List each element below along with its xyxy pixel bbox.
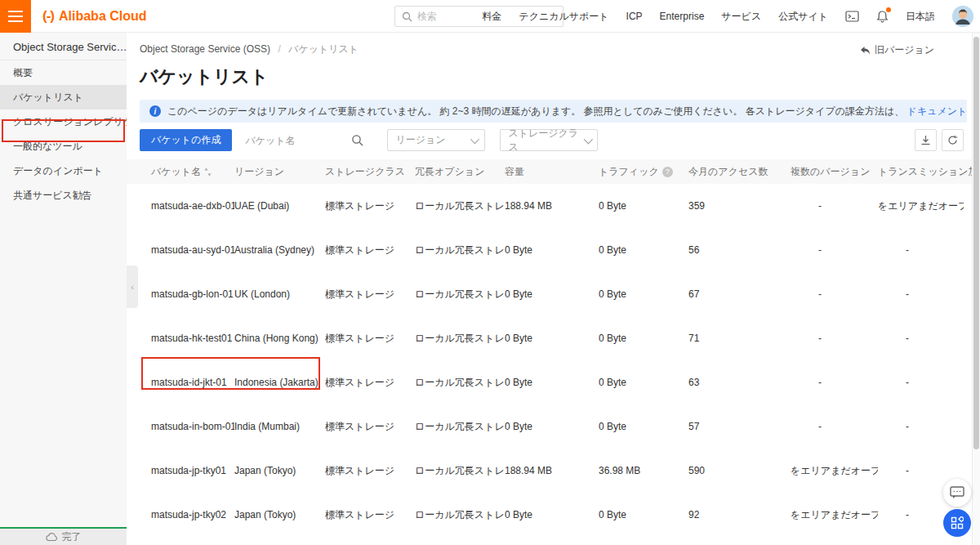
search-icon[interactable] [351, 134, 363, 146]
bucket-region: Indonesia (Jakarta) [234, 377, 325, 388]
bucket-table: バケット名 リージョン ストレージクラス 冗長オプション 容量 トラフィック ?… [127, 159, 972, 537]
bucket-name[interactable]: matsuda-au-syd-01 [151, 244, 234, 256]
bucket-region: India (Mumbai) [234, 421, 325, 432]
col-capacity: 容量 [505, 165, 599, 179]
sidebar-item-common-service-notice[interactable]: 共通サービス勧告 [0, 183, 127, 208]
col-access-count: 今月のアクセス数 [688, 165, 791, 179]
notification-dot [886, 7, 891, 12]
chat-support-button[interactable] [943, 479, 971, 507]
main-content: Object Storage Service (OSS) / バケットリスト 旧… [127, 33, 972, 545]
notification-bell-icon[interactable] [876, 10, 889, 23]
col-redundancy: 冗長オプション [415, 165, 505, 179]
hamburger-menu-icon[interactable] [0, 0, 31, 33]
top-header: (-) Alibaba Cloud 料金 テクニカルサポート ICP Enter… [0, 0, 980, 33]
bucket-name[interactable]: matsuda-id-jkt-01 [151, 377, 234, 388]
col-traffic: トラフィック ? [599, 165, 688, 179]
nav-enterprise[interactable]: Enterprise [660, 11, 705, 22]
header-nav: 料金 テクニカルサポート ICP Enterprise サービス 公式サイト 日… [482, 0, 973, 33]
bucket-region: Japan (Tokyo) [234, 509, 325, 520]
bucket-name[interactable]: matsuda-jp-tky01 [151, 465, 234, 476]
toolbar: バケットの作成 リージョン ストレージクラス [140, 129, 967, 151]
sidebar-item-data-import[interactable]: データのインポート [0, 159, 127, 183]
col-transfer-acceleration: トランスミッション加 [878, 165, 964, 179]
chevron-down-icon [583, 135, 592, 144]
create-bucket-button[interactable]: バケットの作成 [140, 129, 232, 151]
table-row[interactable]: matsuda-jp-tky01 Japan (Tokyo) 標準ストレージ ロ… [127, 449, 972, 493]
download-status-bar: 完了 [0, 527, 127, 545]
bucket-region: UAE (Dubai) [234, 200, 325, 212]
sidebar-item-bucket-list[interactable]: バケットリスト [0, 85, 127, 109]
bucket-search[interactable] [245, 134, 372, 146]
bucket-name[interactable]: matsuda-ae-dxb-01 [151, 200, 234, 212]
nav-pricing[interactable]: 料金 [482, 10, 501, 24]
col-versioning: 複数のバージョン [791, 165, 878, 179]
col-region: リージョン [234, 165, 325, 179]
download-status-label: 完了 [62, 530, 82, 544]
table-row[interactable]: matsuda-gb-lon-01 UK (London) 標準ストレージ ロー… [127, 272, 972, 316]
scrollbar-track [972, 33, 980, 545]
bucket-name[interactable]: matsuda-hk-test01 [151, 333, 234, 344]
breadcrumb-root[interactable]: Object Storage Service (OSS) [140, 43, 270, 55]
col-storage-class: ストレージクラス [325, 165, 415, 179]
back-arrow-icon [860, 46, 871, 56]
console-terminal-icon[interactable] [845, 11, 859, 22]
table-row-highlighted[interactable]: matsuda-id-jkt-01 Indonesia (Jakarta) 標準… [127, 360, 972, 404]
notice-banner: i このページのデータはリアルタイムで更新されていません。 約 2~3 時間の遅… [140, 100, 967, 123]
download-button[interactable] [915, 129, 937, 151]
nav-official-site[interactable]: 公式サイト [778, 10, 828, 24]
region-filter-select[interactable]: リージョン [387, 129, 485, 151]
help-icon[interactable]: ? [662, 167, 673, 177]
breadcrumb-current: バケットリスト [288, 43, 359, 55]
storage-class-filter-select[interactable]: ストレージクラス [500, 129, 598, 151]
brand-name: Alibaba Cloud [59, 9, 147, 24]
old-version-link[interactable]: 旧バージョン [860, 43, 934, 57]
table-header: バケット名 リージョン ストレージクラス 冗長オプション 容量 トラフィック ?… [127, 159, 972, 184]
nav-services[interactable]: サービス [721, 10, 761, 24]
bucket-search-input[interactable] [245, 135, 351, 146]
page-title: バケットリスト [127, 56, 972, 89]
table-row[interactable]: matsuda-au-syd-01 Australia (Sydney) 標準ス… [127, 228, 972, 272]
documentation-link[interactable]: ドキュメント [907, 105, 967, 117]
cloud-icon [46, 533, 58, 542]
nav-technical-support[interactable]: テクニカルサポート [519, 10, 608, 24]
sidebar: Object Storage Servic… 概要 バケットリスト クロスリージ… [0, 33, 127, 545]
sidebar-collapse-handle[interactable]: ‹ [127, 266, 138, 308]
breadcrumb: Object Storage Service (OSS) / バケットリスト [127, 33, 972, 56]
bucket-region: China (Hong Kong) [234, 333, 325, 344]
bucket-region: Japan (Tokyo) [234, 465, 325, 476]
bucket-name[interactable]: matsuda-jp-tky02 [151, 509, 234, 520]
alibaba-cloud-logo[interactable]: (-) Alibaba Cloud [42, 0, 147, 33]
sidebar-item-common-tools[interactable]: 一般的なツール [0, 134, 127, 159]
bucket-region: UK (London) [234, 288, 325, 300]
col-bucket-name[interactable]: バケット名 [151, 165, 234, 179]
sidebar-item-cross-region-replication[interactable]: クロスリージョンレプリケー… [0, 109, 127, 134]
search-icon [402, 11, 412, 22]
table-row[interactable]: matsuda-jp-tky02 Japan (Tokyo) 標準ストレージ ロ… [127, 493, 972, 537]
bucket-region: Australia (Sydney) [234, 244, 325, 256]
sort-icon [204, 168, 212, 176]
table-row[interactable]: matsuda-hk-test01 China (Hong Kong) 標準スト… [127, 316, 972, 360]
bucket-name[interactable]: matsuda-in-bom-01 [151, 421, 234, 432]
sidebar-item-overview[interactable]: 概要 [0, 60, 127, 85]
notice-text: このページのデータはリアルタイムで更新されていません。 約 2~3 時間の遅延が… [167, 105, 904, 117]
refresh-button[interactable] [942, 129, 964, 151]
table-row[interactable]: matsuda-in-bom-01 India (Mumbai) 標準ストレージ… [127, 404, 972, 449]
chevron-down-icon [470, 134, 479, 143]
scrollbar-thumb[interactable] [973, 37, 979, 449]
sidebar-service-title: Object Storage Servic… [0, 33, 127, 60]
nav-icp[interactable]: ICP [626, 11, 643, 22]
logo-mark-icon: (-) [42, 8, 54, 25]
user-avatar[interactable] [952, 6, 973, 27]
table-row[interactable]: matsuda-ae-dxb-01 UAE (Dubai) 標準ストレージ ロー… [127, 184, 972, 228]
bucket-name[interactable]: matsuda-gb-lon-01 [151, 288, 234, 300]
apps-grid-button[interactable] [943, 509, 971, 537]
language-selector[interactable]: 日本語 [906, 10, 935, 24]
info-icon: i [149, 105, 161, 117]
